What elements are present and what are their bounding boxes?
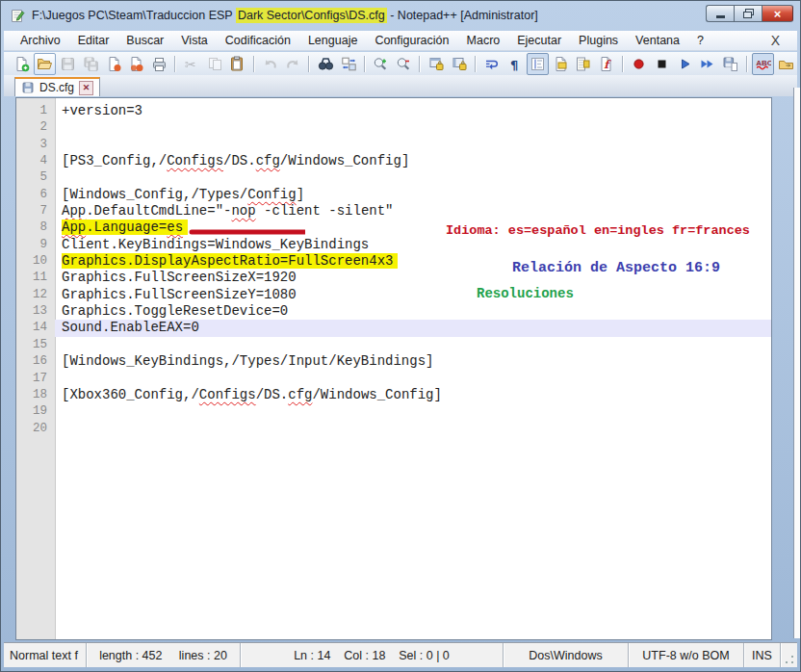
toolbar-separator [622, 56, 624, 72]
show-all-characters-icon[interactable]: ¶ [504, 53, 526, 75]
code-line[interactable]: 8App.Language=es [16, 220, 771, 236]
code-line[interactable]: 15 [16, 337, 771, 353]
code-line[interactable]: 4[PS3_Config,/Configs/DS.cfg/Windows_Con… [16, 153, 771, 169]
editor-area[interactable]: 1+version=3234[PS3_Config,/Configs/DS.cf… [15, 97, 772, 640]
menu-item-ventana[interactable]: Ventana [627, 32, 688, 49]
menu-item-editar[interactable]: Editar [69, 32, 118, 49]
code-line[interactable]: 17 [16, 371, 771, 387]
code-line[interactable]: 18[Xbox360_Config,/Configs/DS.cfg/Window… [16, 387, 771, 403]
zoom-out-icon[interactable] [393, 53, 415, 75]
line-number: 3 [16, 137, 55, 153]
print-icon[interactable] [148, 53, 170, 75]
code-line[interactable]: 9Client.KeyBindings=Windows_KeyBindings [16, 237, 771, 253]
restore-icon [743, 9, 754, 18]
status-eol-format: Dos\Windows [503, 643, 628, 667]
resize-grip[interactable] [780, 643, 797, 667]
code-line[interactable]: 2 [16, 119, 771, 136]
menu-item-lenguaje[interactable]: Lenguaje [299, 32, 366, 49]
code-line[interactable]: 19 [16, 403, 771, 420]
status-caret-info: Ln : 14 Col : 18 Sel : 0 | 0 [240, 643, 503, 667]
doc-map-icon[interactable] [573, 53, 595, 75]
sync-vertical-icon[interactable] [426, 53, 448, 75]
menu-bar: ArchivoEditarBuscarVistaCodificaciónLeng… [4, 31, 797, 51]
new-file-icon[interactable] [12, 53, 34, 75]
code-line[interactable]: 11Graphics.FullScreenSizeX=1920 [16, 270, 771, 286]
code-line[interactable]: 5 [16, 169, 771, 186]
line-number: 5 [16, 169, 55, 186]
menu-item-buscar[interactable]: Buscar [117, 32, 172, 49]
macro-stop-icon[interactable] [651, 53, 673, 75]
code-line[interactable]: 16[Windows_KeyBindings,/Types/Input/KeyB… [16, 353, 771, 370]
menu-item-ejecutar[interactable]: Ejecutar [508, 32, 570, 49]
macro-run-multiple-icon[interactable] [696, 53, 718, 75]
code-line[interactable]: 6[Windows_Config,/Types/Config] [16, 187, 771, 203]
menu-item-?[interactable]: ? [688, 32, 712, 49]
toolbar-separator [364, 56, 366, 72]
code-text [55, 119, 771, 136]
paste-icon[interactable] [227, 53, 249, 75]
tab-close-icon[interactable]: ✕ [79, 81, 93, 95]
spell-check-icon[interactable]: ABC [752, 53, 774, 75]
status-doc-stats: length : 452 lines : 20 [86, 643, 240, 667]
code-line[interactable]: 12Graphics.FullScreenSizeY=1080 [16, 287, 771, 303]
code-line[interactable]: 20 [16, 421, 771, 437]
macro-record-icon[interactable] [628, 53, 650, 75]
save-icon [57, 53, 79, 75]
close-button[interactable]: × [762, 5, 793, 22]
zoom-in-icon[interactable] [370, 53, 392, 75]
code-text: Graphics.DisplayAspectRatio=FullScreen4x… [55, 253, 771, 270]
sync-horizontal-icon[interactable] [449, 53, 471, 75]
menu-item-plugins[interactable]: Plugins [570, 32, 627, 49]
minimize-button[interactable] [706, 5, 734, 22]
menu-item-codificacin[interactable]: Codificación [217, 32, 299, 49]
document-close-x-icon[interactable]: X [762, 33, 789, 48]
line-number: 9 [16, 237, 55, 253]
menu-item-archivo[interactable]: Archivo [12, 32, 69, 49]
code-line[interactable]: 13Graphics.ToggleResetDevice=0 [16, 303, 771, 320]
tab-bar: DS.cfg ✕ [4, 75, 797, 96]
code-area: 1+version=3234[PS3_Config,/Configs/DS.cf… [16, 98, 771, 437]
open-in-explorer-icon[interactable] [775, 53, 797, 75]
close-icon[interactable] [103, 53, 125, 75]
macro-save-icon[interactable] [719, 53, 741, 75]
open-file-icon[interactable] [34, 53, 56, 75]
code-text [55, 169, 771, 186]
window-title-highlight: Dark Sector\Configs\DS.cfg [236, 8, 387, 23]
menu-item-vista[interactable]: Vista [172, 32, 217, 49]
code-text: App.Language=es [55, 220, 771, 236]
find-icon[interactable] [315, 53, 337, 75]
word-wrap-icon[interactable] [480, 53, 503, 75]
replace-icon[interactable] [338, 53, 360, 75]
line-number: 7 [16, 203, 55, 220]
menu-item-configuracin[interactable]: Configuración [366, 32, 457, 49]
code-line[interactable]: 10Graphics.DisplayAspectRatio=FullScreen… [16, 253, 771, 270]
code-line[interactable]: 1+version=3 [16, 103, 771, 119]
tab-ds-cfg[interactable]: DS.cfg ✕ [14, 77, 100, 96]
close-all-icon[interactable] [125, 53, 147, 75]
code-line[interactable]: 14Sound.EnableEAX=0 [16, 320, 771, 336]
undo-icon [259, 53, 281, 75]
code-text: Client.KeyBindings=Windows_KeyBindings [55, 237, 771, 253]
toolbar-separator [746, 56, 748, 72]
indent-guide-icon[interactable] [527, 53, 549, 75]
toolbar-separator [308, 56, 310, 72]
macro-play-icon[interactable] [674, 53, 696, 75]
window-title: F:\Juegos PC\Steam\Traduccion ESP Dark S… [32, 9, 538, 22]
line-number: 19 [16, 403, 55, 420]
function-list-icon[interactable]: f [595, 53, 617, 75]
svg-text:✂: ✂ [185, 57, 196, 72]
restore-button[interactable] [734, 5, 762, 22]
line-number: 20 [16, 421, 55, 437]
code-line[interactable]: 3 [16, 137, 771, 153]
menu-item-macro[interactable]: Macro [458, 32, 509, 49]
code-text [55, 371, 771, 387]
user-defined-dialog-icon[interactable] [550, 53, 572, 75]
copy-icon [204, 53, 226, 75]
toolbar-separator [174, 56, 176, 72]
code-line[interactable]: 7App.DefaultCmdLine="-nop -client -silen… [16, 203, 771, 220]
code-text: Graphics.FullScreenSizeX=1920 [55, 270, 771, 286]
yellow-highlight: Graphics.DisplayAspectRatio=FullScreen4x… [62, 253, 398, 269]
svg-text:¶: ¶ [510, 57, 518, 71]
line-number: 4 [16, 153, 55, 169]
save-all-icon [80, 53, 102, 75]
